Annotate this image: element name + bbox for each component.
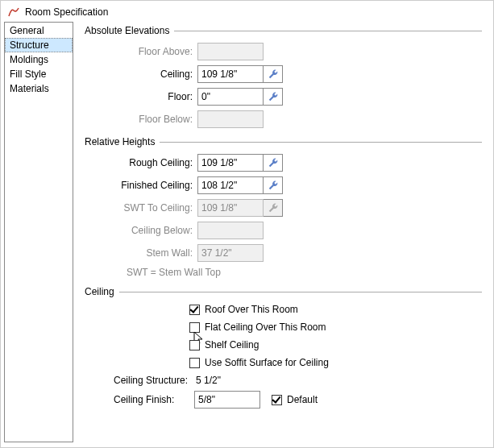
window-title: Room Specification bbox=[25, 6, 108, 18]
wrench-button-floor[interactable] bbox=[264, 88, 283, 106]
checkbox-soffit[interactable] bbox=[189, 358, 200, 368]
label-flat-ceiling: Flat Ceiling Over This Room bbox=[205, 321, 326, 333]
divider bbox=[160, 142, 482, 143]
sidebar: General Structure Moldings Fill Style Ma… bbox=[4, 22, 73, 442]
label-finished-ceiling: Finished Ceiling: bbox=[114, 180, 197, 191]
section-title-relative: Relative Heights bbox=[85, 136, 155, 147]
section-ceiling: Ceiling Roof Over This Room Flat Ceiling… bbox=[85, 286, 482, 409]
sidebar-item-materials[interactable]: Materials bbox=[5, 81, 73, 96]
checkbox-default[interactable] bbox=[272, 395, 282, 405]
wrench-icon bbox=[268, 68, 279, 80]
label-stem-wall: Stem Wall: bbox=[114, 247, 197, 259]
input-ceiling-below bbox=[197, 222, 264, 239]
input-ceiling-finish[interactable] bbox=[194, 391, 260, 409]
section-title-absolute: Absolute Elevations bbox=[85, 25, 169, 36]
input-floor-above bbox=[197, 43, 264, 60]
sidebar-item-moldings[interactable]: Moldings bbox=[5, 52, 73, 67]
input-floor[interactable] bbox=[197, 88, 264, 106]
input-floor-below bbox=[197, 110, 264, 128]
wrench-button-swt bbox=[264, 199, 283, 217]
divider bbox=[174, 31, 482, 31]
label-ceiling-below: Ceiling Below: bbox=[114, 225, 197, 236]
main-area: General Structure Moldings Fill Style Ma… bbox=[1, 22, 493, 446]
content-panel: Absolute Elevations Floor Above: Ceiling… bbox=[73, 22, 490, 442]
label-ceiling-structure: Ceiling Structure: bbox=[114, 375, 194, 386]
label-floor-below: Floor Below: bbox=[114, 114, 197, 125]
note-swt: SWT = Stem Wall Top bbox=[85, 267, 482, 278]
sidebar-item-fill-style[interactable]: Fill Style bbox=[5, 67, 73, 81]
label-default: Default bbox=[287, 394, 318, 405]
sidebar-item-general[interactable]: General bbox=[5, 23, 73, 38]
label-floor: Floor: bbox=[114, 91, 197, 102]
label-soffit: Use Soffit Surface for Ceiling bbox=[205, 357, 329, 368]
label-shelf-ceiling: Shelf Ceiling bbox=[205, 339, 259, 351]
section-absolute-elevations: Absolute Elevations Floor Above: Ceiling… bbox=[85, 25, 482, 128]
sidebar-item-structure[interactable]: Structure bbox=[5, 38, 73, 52]
divider bbox=[119, 292, 482, 292]
app-icon bbox=[7, 6, 20, 19]
value-ceiling-structure: 5 1/2" bbox=[194, 375, 221, 386]
wrench-icon bbox=[268, 180, 279, 191]
wrench-button-finished-ceiling[interactable] bbox=[264, 176, 283, 194]
input-ceiling[interactable] bbox=[197, 65, 264, 83]
wrench-button-ceiling[interactable] bbox=[264, 65, 283, 83]
wrench-icon bbox=[268, 91, 279, 102]
wrench-button-rough-ceiling[interactable] bbox=[264, 154, 283, 172]
titlebar: Room Specification bbox=[1, 1, 493, 22]
section-relative-heights: Relative Heights Rough Ceiling: Finished… bbox=[85, 136, 482, 278]
label-rough-ceiling: Rough Ceiling: bbox=[114, 157, 197, 168]
wrench-icon bbox=[268, 157, 279, 168]
input-rough-ceiling[interactable] bbox=[197, 154, 264, 172]
label-floor-above: Floor Above: bbox=[114, 46, 197, 57]
checkbox-shelf-ceiling[interactable] bbox=[189, 340, 200, 351]
label-swt-to-ceiling: SWT To Ceiling: bbox=[114, 202, 197, 214]
checkbox-flat-ceiling[interactable] bbox=[189, 322, 200, 333]
input-swt-to-ceiling bbox=[197, 199, 264, 217]
input-finished-ceiling[interactable] bbox=[197, 176, 264, 194]
input-stem-wall bbox=[197, 244, 264, 262]
label-roof-over: Roof Over This Room bbox=[205, 304, 298, 315]
label-ceiling-finish: Ceiling Finish: bbox=[114, 394, 194, 405]
wrench-icon bbox=[268, 202, 279, 214]
checkbox-roof-over[interactable] bbox=[189, 305, 200, 315]
label-ceiling: Ceiling: bbox=[114, 68, 197, 80]
section-title-ceiling: Ceiling bbox=[85, 286, 114, 297]
